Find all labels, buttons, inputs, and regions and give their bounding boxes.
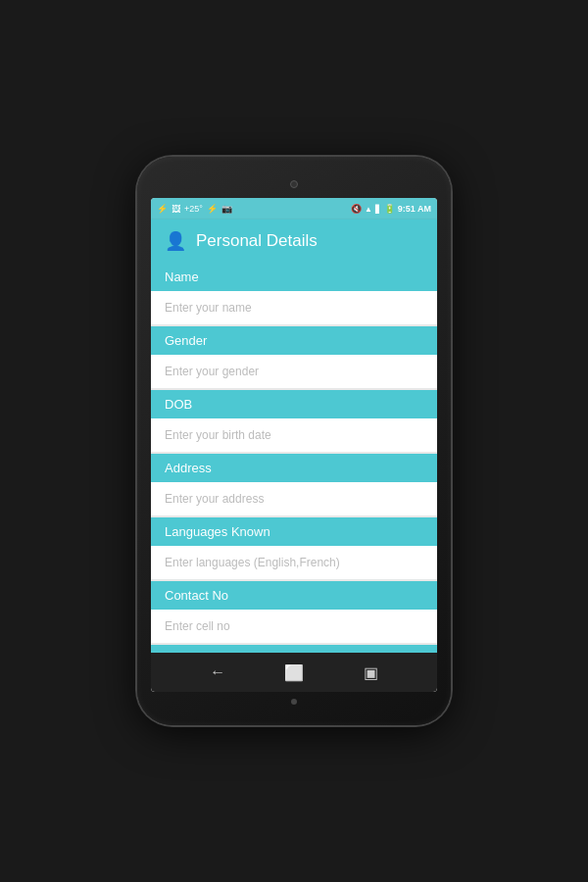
temp-icon: +25° <box>184 204 203 214</box>
home-button[interactable]: ⬜ <box>284 663 304 682</box>
form-scroll-area[interactable]: Name Gender DOB Address <box>151 263 437 653</box>
field-group-address: Address <box>151 454 437 515</box>
label-gender: Gender <box>151 326 437 355</box>
wifi-icon: ▲ <box>365 205 372 214</box>
field-group-name: Name <box>151 263 437 324</box>
status-right-icons: 🔇 ▲ ▋ 🔋 9:51 AM <box>351 204 431 214</box>
label-languages: Languages Known <box>151 517 437 546</box>
status-left-icons: ⚡ 🖼 +25° ⚡ 📷 <box>157 204 232 214</box>
person-icon: 👤 <box>165 230 186 252</box>
input-dob[interactable] <box>151 418 437 452</box>
camera-icon: 📷 <box>221 204 232 214</box>
input-wrap-name <box>151 291 437 324</box>
status-time: 9:51 AM <box>398 204 431 214</box>
usb-icon: ⚡ <box>157 204 168 214</box>
input-wrap-gender <box>151 355 437 388</box>
phone-top-bar <box>151 171 437 198</box>
mute-icon: 🔇 <box>351 204 362 214</box>
home-dot <box>291 699 297 705</box>
input-wrap-languages <box>151 546 437 579</box>
field-group-gender: Gender <box>151 326 437 388</box>
input-wrap-dob <box>151 418 437 452</box>
recents-button[interactable]: ▣ <box>364 663 378 682</box>
front-camera <box>290 180 298 188</box>
field-group-languages: Languages Known <box>151 517 437 579</box>
status-bar: ⚡ 🖼 +25° ⚡ 📷 🔇 ▲ ▋ 🔋 9:51 AM <box>151 198 437 220</box>
back-button[interactable]: ← <box>210 663 225 681</box>
input-wrap-contact <box>151 610 437 643</box>
label-name: Name <box>151 263 437 291</box>
nav-bar: ← ⬜ ▣ <box>151 653 437 692</box>
input-languages[interactable] <box>151 546 437 579</box>
field-group-dob: DOB <box>151 390 437 452</box>
input-contact[interactable] <box>151 610 437 643</box>
input-name[interactable] <box>151 291 437 324</box>
usb2-icon: ⚡ <box>207 204 218 214</box>
label-dob: DOB <box>151 390 437 418</box>
field-group-contact: Contact No <box>151 581 437 643</box>
input-wrap-address <box>151 482 437 515</box>
phone-device: ⚡ 🖼 +25° ⚡ 📷 🔇 ▲ ▋ 🔋 9:51 AM 👤 Personal … <box>137 157 451 725</box>
label-address: Address <box>151 454 437 482</box>
app-header: 👤 Personal Details <box>151 220 437 263</box>
label-email: Email <box>151 645 437 653</box>
image-icon: 🖼 <box>172 204 180 214</box>
phone-bottom <box>151 692 437 711</box>
battery-icon: 🔋 <box>384 204 395 214</box>
label-contact: Contact No <box>151 581 437 610</box>
phone-screen: ⚡ 🖼 +25° ⚡ 📷 🔇 ▲ ▋ 🔋 9:51 AM 👤 Personal … <box>151 198 437 692</box>
app-title: Personal Details <box>196 231 318 251</box>
input-address[interactable] <box>151 482 437 515</box>
input-gender[interactable] <box>151 355 437 388</box>
signal-icon: ▋ <box>375 205 381 214</box>
